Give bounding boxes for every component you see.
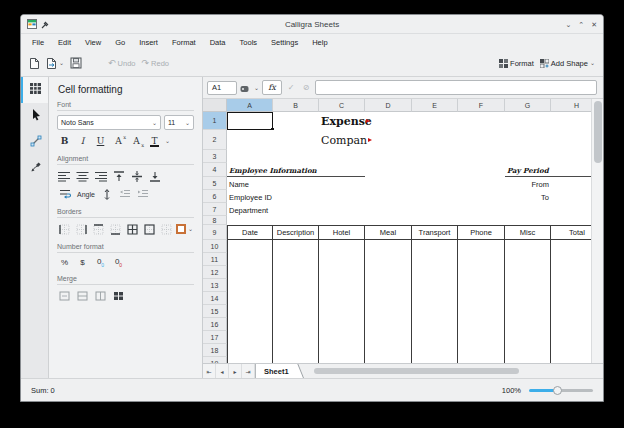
cell-F16[interactable] — [458, 318, 505, 331]
text-color-button[interactable]: T — [147, 134, 162, 148]
row-header-11[interactable]: 11 — [203, 253, 227, 266]
sheet-row-body-7[interactable]: Department — [227, 203, 603, 216]
row-header-18[interactable]: 18 — [203, 344, 227, 357]
cell-E14[interactable] — [412, 292, 458, 305]
cell-tool-button[interactable] — [21, 77, 48, 103]
open-dropdown-caret[interactable]: ⌄ — [59, 60, 64, 66]
decrease-indent-button[interactable] — [118, 187, 133, 201]
cell-G12[interactable] — [505, 266, 551, 279]
cell-G9[interactable]: Misc — [505, 226, 551, 239]
sheet-row-body-2[interactable]: Compan — [227, 130, 603, 150]
cell-B16[interactable] — [273, 318, 319, 331]
cell-D14[interactable] — [365, 292, 412, 305]
sheet-row-body-19[interactable] — [227, 357, 603, 363]
function-button[interactable]: fx — [262, 80, 282, 95]
column-header-C[interactable]: C — [319, 99, 365, 112]
cell-F9[interactable]: Phone — [458, 226, 505, 239]
cell-A14[interactable] — [227, 292, 273, 305]
cell-reference-box[interactable]: A1 — [207, 81, 237, 95]
bold-button[interactable]: B — [57, 134, 72, 148]
cell-A10[interactable] — [227, 240, 273, 253]
border-top-button[interactable] — [91, 222, 106, 236]
cell-G15[interactable] — [505, 305, 551, 318]
subscript-button[interactable]: Ax — [129, 134, 144, 148]
horizontal-scrollbar-thumb[interactable] — [314, 368, 519, 374]
cell-C19[interactable] — [319, 357, 365, 363]
menu-file[interactable]: File — [25, 36, 51, 49]
apply-formula-icon[interactable]: ✓ — [285, 83, 297, 92]
cell-B10[interactable] — [273, 240, 319, 253]
sheet-row-body-13[interactable] — [227, 279, 603, 292]
menu-view[interactable]: View — [78, 36, 108, 49]
cell-A13[interactable] — [227, 279, 273, 292]
minimize-button[interactable]: ⌄ — [565, 21, 571, 28]
cell-A16[interactable] — [227, 318, 273, 331]
row-header-4[interactable]: 4 — [203, 163, 227, 177]
horizontal-scrollbar[interactable] — [310, 364, 603, 378]
cell-B18[interactable] — [273, 344, 319, 357]
cell-E19[interactable] — [412, 357, 458, 363]
cell-C17[interactable] — [319, 331, 365, 344]
cell-B12[interactable] — [273, 266, 319, 279]
selected-cell-A1[interactable] — [227, 112, 273, 130]
named-ranges-icon[interactable] — [240, 79, 251, 97]
format-button[interactable]: Format — [499, 59, 534, 68]
add-shape-button[interactable]: Add Shape⌄ — [540, 59, 595, 68]
cell-F17[interactable] — [458, 331, 505, 344]
open-document-button[interactable]: ⌄ — [46, 57, 64, 70]
row-header-15[interactable]: 15 — [203, 305, 227, 318]
row-header-19[interactable]: 19 — [203, 357, 227, 363]
row-header-5[interactable]: 5 — [203, 177, 227, 190]
sheet-row-body-18[interactable] — [227, 344, 603, 357]
column-header-G[interactable]: G — [505, 99, 551, 112]
column-header-D[interactable]: D — [365, 99, 412, 112]
sheet-row-body-1[interactable]: Expense — [227, 112, 603, 130]
cell-F19[interactable] — [458, 357, 505, 363]
cell-E16[interactable] — [412, 318, 458, 331]
align-bottom-button[interactable] — [147, 169, 162, 183]
cell-D10[interactable] — [365, 240, 412, 253]
cell-F14[interactable] — [458, 292, 505, 305]
cell-B13[interactable] — [273, 279, 319, 292]
sheet-row-body-11[interactable] — [227, 253, 603, 266]
menu-edit[interactable]: Edit — [51, 36, 78, 49]
formula-input[interactable] — [315, 80, 597, 95]
cell-D12[interactable] — [365, 266, 412, 279]
cell-E17[interactable] — [412, 331, 458, 344]
cell-C11[interactable] — [319, 253, 365, 266]
cell-D15[interactable] — [365, 305, 412, 318]
cell-G14[interactable] — [505, 292, 551, 305]
sheet-row-body-16[interactable] — [227, 318, 603, 331]
menu-data[interactable]: Data — [203, 36, 233, 49]
last-sheet-button[interactable]: ⇥ — [242, 364, 255, 378]
cell-F12[interactable] — [458, 266, 505, 279]
redo-button[interactable]: ↷Redo — [142, 58, 169, 68]
cell-D13[interactable] — [365, 279, 412, 292]
line-tool-button[interactable] — [21, 129, 48, 155]
border-left-button[interactable] — [57, 222, 72, 236]
cell-C14[interactable] — [319, 292, 365, 305]
cell-E15[interactable] — [412, 305, 458, 318]
zoom-slider[interactable] — [529, 386, 593, 395]
row-header-14[interactable]: 14 — [203, 292, 227, 305]
cell-D18[interactable] — [365, 344, 412, 357]
align-left-button[interactable] — [57, 169, 72, 183]
cell-G10[interactable] — [505, 240, 551, 253]
cell-A19[interactable] — [227, 357, 273, 363]
cell-G11[interactable] — [505, 253, 551, 266]
row-header-6[interactable]: 6 — [203, 190, 227, 203]
cell-D11[interactable] — [365, 253, 412, 266]
row-header-16[interactable]: 16 — [203, 318, 227, 331]
sheet-grid[interactable]: ABCDEFGH1Expense2Compan34Employee Inform… — [203, 99, 603, 363]
cell-A9[interactable]: Date — [227, 226, 273, 239]
border-none-button[interactable] — [159, 222, 174, 236]
border-color-caret[interactable]: ⌄ — [188, 226, 193, 232]
row-header-1[interactable]: 1 — [203, 112, 227, 130]
merge-cells-button[interactable] — [57, 289, 72, 303]
decrease-precision-button[interactable]: 00 — [111, 257, 126, 268]
angle-button[interactable]: Angle — [75, 191, 97, 198]
cell-B11[interactable] — [273, 253, 319, 266]
font-family-combo[interactable]: Noto Sans⌄ — [57, 115, 161, 130]
cell-G13[interactable] — [505, 279, 551, 292]
cell-F11[interactable] — [458, 253, 505, 266]
